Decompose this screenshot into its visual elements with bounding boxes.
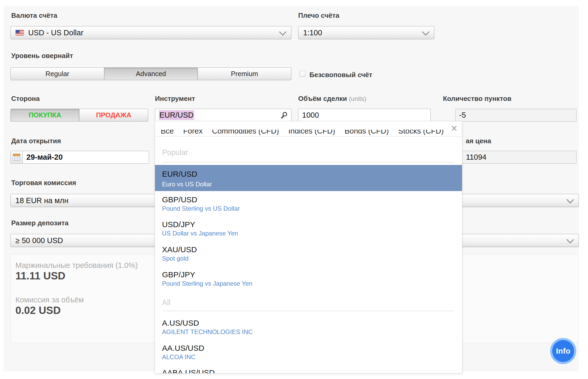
deposit-label: Размер депозита	[11, 219, 68, 227]
chevron-down-icon	[279, 28, 286, 36]
list-item-name[interactable]: AGILENT TECHNOLOGIES INC	[162, 328, 253, 336]
buy-button[interactable]: ПОКУПКА	[10, 109, 79, 122]
tab-all[interactable]: Все	[161, 130, 174, 135]
margin-requirements-value: 11.11 USD	[15, 270, 65, 282]
tab-commodities[interactable]: Commodities (CFD)	[212, 130, 279, 135]
tab-indices[interactable]: Indices (CFD)	[289, 130, 335, 135]
list-item-symbol[interactable]: A.US/USD	[162, 319, 199, 328]
volume-input[interactable]: 1000	[298, 109, 431, 122]
list-item-symbol[interactable]: GBP/JPY	[162, 270, 195, 279]
volume-value: 1000	[302, 111, 319, 119]
open-date-label: Дата открытия	[11, 137, 61, 145]
all-divider	[162, 311, 454, 311]
instrument-picker-dropdown: Все Forex Commodities (CFD) Indices (CFD…	[155, 121, 462, 374]
tab-forex[interactable]: Forex	[183, 130, 203, 135]
leverage-select[interactable]: 1:100	[298, 26, 434, 39]
list-item-name[interactable]: Pound Sterling vs US Dollar	[162, 205, 240, 212]
list-item-name[interactable]: ALCOA INC	[162, 353, 195, 361]
list-item-symbol[interactable]: XAU/USD	[162, 245, 197, 254]
volume-label-text: Объём сделки	[298, 95, 347, 102]
list-item-symbol[interactable]: EUR/USD	[162, 170, 197, 179]
points-value: -5	[459, 111, 466, 119]
tab-stocks[interactable]: Stocks (CFD)	[398, 130, 444, 135]
sell-button[interactable]: ПРОДАЖА	[79, 109, 148, 122]
trade-commission-value: 18 EUR на млн	[15, 196, 68, 205]
list-item-name[interactable]: Spot gold	[162, 255, 188, 262]
us-flag-icon	[15, 30, 24, 36]
margin-requirements-label: Маржинальные требования (1.0%)	[15, 261, 138, 270]
account-currency-label: Валюта счёта	[11, 12, 57, 20]
right-column-select-2[interactable]	[455, 234, 579, 247]
open-date-value: 29-май-20	[26, 153, 63, 162]
overnight-label: Уровень овернайт	[11, 52, 73, 60]
chevron-down-icon	[567, 236, 574, 243]
leverage-value: 1:100	[303, 28, 322, 37]
right-column-select-1[interactable]	[455, 194, 579, 207]
open-date-input[interactable]: 29-май-20	[22, 151, 149, 164]
volume-commission-value: 0.02 USD	[15, 305, 61, 316]
leverage-label: Плечо счёта	[298, 12, 339, 20]
buy-button-label: ПОКУПКА	[29, 111, 61, 119]
side-segmented-control: ПОКУПКА ПРОДАЖА	[10, 109, 148, 122]
account-currency-value: USD - US Dollar	[28, 28, 83, 37]
info-button[interactable]: Info	[550, 338, 576, 364]
chevron-down-icon	[567, 196, 574, 203]
deposit-value: ≥ 50 000 USD	[15, 236, 63, 245]
list-item-name[interactable]: Euro vs US Dollar	[162, 181, 212, 188]
overnight-segmented-control: Regular Advanced Premium	[10, 67, 291, 80]
list-item-name[interactable]: Pound Sterling vs Japanese Yen	[162, 280, 252, 287]
search-icon	[280, 111, 288, 119]
instrument-label: Инструмент	[155, 95, 195, 103]
instrument-search-input[interactable]: EUR/USD	[155, 109, 291, 122]
info-button-inner: Info	[552, 340, 574, 362]
list-item-symbol[interactable]: USD/JPY	[162, 220, 195, 229]
overnight-option-advanced[interactable]: Advanced	[104, 67, 198, 80]
trading-calculator-page: Валюта счёта USD - US Dollar Плечо счёта…	[0, 0, 588, 379]
volume-units-suffix: (units)	[349, 95, 366, 102]
calendar-button[interactable]	[10, 151, 23, 164]
list-item-name[interactable]: US Dollar vs Japanese Yen	[162, 230, 238, 237]
list-item-symbol[interactable]: GBP/USD	[162, 195, 197, 204]
popular-divider	[162, 162, 454, 163]
instrument-picker-tabbar: Все Forex Commodities (CFD) Indices (CFD…	[155, 121, 462, 137]
all-section-header: All	[162, 298, 170, 307]
calendar-icon	[13, 154, 20, 161]
instrument-picker-tabs: Все Forex Commodities (CFD) Indices (CFD…	[161, 130, 444, 135]
overnight-option-regular[interactable]: Regular	[10, 67, 104, 80]
price-value-partial: 11094	[466, 153, 487, 162]
price-label-partial: ая цена	[466, 137, 491, 145]
trade-commission-label: Торговая комиссия	[11, 179, 76, 187]
chevron-down-icon	[422, 28, 429, 36]
list-item-symbol[interactable]: AA.US/USD	[162, 344, 204, 353]
overnight-option-premium[interactable]: Premium	[198, 67, 291, 80]
close-icon[interactable]: ×	[451, 123, 457, 134]
price-input[interactable]: 11094	[455, 151, 577, 164]
side-label: Сторона	[11, 95, 40, 103]
account-currency-select[interactable]: USD - US Dollar	[10, 26, 291, 39]
points-label: Количество пунктов	[443, 95, 511, 103]
sell-button-label: ПРОДАЖА	[96, 111, 131, 119]
points-input[interactable]: -5	[455, 109, 577, 122]
tab-bonds[interactable]: Bonds (CFD)	[344, 130, 389, 135]
swap-free-checkbox[interactable]	[299, 71, 305, 77]
popular-section-header: Popular	[162, 148, 188, 157]
instrument-picker-tabs-clip: Все Forex Commodities (CFD) Indices (CFD…	[161, 130, 444, 136]
volume-commission-label: Комиссия за объём	[15, 296, 84, 304]
volume-label: Объём сделки (units)	[298, 95, 366, 103]
list-item-symbol[interactable]: AABA.US/USD	[162, 368, 215, 374]
instrument-value-selected-text: EUR/USD	[159, 110, 194, 120]
swap-free-label: Безсвоповый счёт	[309, 71, 372, 79]
